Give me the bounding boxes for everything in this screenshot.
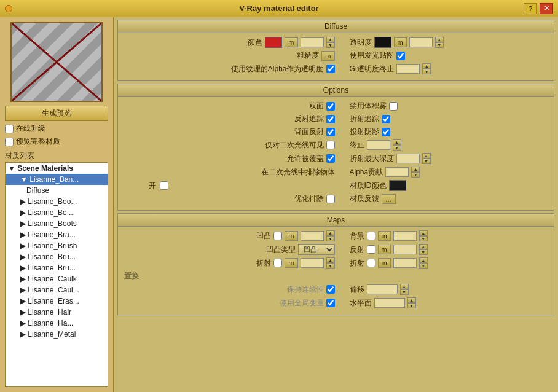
rough-m-button[interactable]: m [321, 51, 334, 61]
cast-shadow-checkbox[interactable] [382, 128, 390, 136]
gi-stop-input[interactable]: 0.5 [396, 64, 420, 74]
cutoff-spin: ▲ ▼ [393, 139, 401, 151]
bump-col: 凹凸 m 1.0 ▲ ▼ [124, 230, 335, 241]
tree-item-lisanne-bra[interactable]: ▶ Lisanne_Bra... [6, 229, 108, 240]
offset-spin-up[interactable]: ▲ [400, 284, 409, 289]
bump-type-select[interactable]: 凹凸 [298, 244, 335, 255]
maxdepth-spin-up[interactable]: ▲ [422, 153, 431, 159]
only-second-checkbox[interactable] [326, 141, 335, 149]
color-value-input[interactable]: 1.0 [301, 37, 324, 47]
trans-spin: ▲ ▼ [435, 37, 444, 48]
refract2-m-button[interactable]: m [378, 258, 391, 268]
trans-spin-down[interactable]: ▼ [435, 42, 444, 48]
preview-complete-checkbox[interactable] [5, 138, 14, 146]
refract2-val-input[interactable]: 1.0 [393, 258, 417, 268]
alpha-contrib-input[interactable]: 1.0 [385, 167, 409, 177]
preview-box [10, 22, 103, 102]
back-reflect-checkbox[interactable] [326, 128, 335, 136]
refract-val-input[interactable]: 1.0 [301, 258, 324, 268]
bg-checkbox[interactable] [367, 232, 375, 240]
reflect-val-input[interactable]: 1.0 [393, 245, 417, 254]
use-global-checkbox[interactable] [326, 299, 335, 307]
trans-value-input[interactable]: 1.0 [409, 37, 433, 47]
refract-m-button[interactable]: m [285, 258, 297, 268]
water-spin-down[interactable]: ▼ [407, 303, 416, 308]
tree-item-diffuse[interactable]: Diffuse [6, 185, 108, 196]
optimize-checkbox[interactable] [326, 195, 335, 203]
offset-input[interactable]: 0.0 [367, 284, 398, 294]
bg-m-button[interactable]: m [378, 231, 391, 241]
color-m-button[interactable]: m [285, 37, 297, 47]
tree-item-lisanne-metal[interactable]: ▶ Lisanne_Metal [6, 329, 108, 340]
refract2-spin-down[interactable]: ▼ [419, 263, 428, 269]
water-spin-up[interactable]: ▲ [407, 297, 416, 303]
disable-vol-checkbox[interactable] [389, 102, 398, 111]
refract2-checkbox[interactable] [367, 259, 375, 267]
reflect-m-button[interactable]: m [378, 245, 391, 254]
bump-spin-up[interactable]: ▲ [326, 230, 335, 236]
refract-spin-down[interactable]: ▼ [326, 263, 335, 269]
tree-item-lisanne-bru1[interactable]: ▶ Lisanne_Bru... [6, 251, 108, 262]
trans-m-button[interactable]: m [394, 37, 407, 47]
double-side-checkbox[interactable] [326, 102, 335, 111]
offset-spin-down[interactable]: ▼ [400, 289, 409, 295]
tree-item-lisanne-brush[interactable]: ▶ Lisanne_Brush [6, 240, 108, 251]
material-tree[interactable]: ▼ Scene Materials ▼ Lisanne_Ban... Diffu… [5, 162, 108, 387]
bump-spin-down[interactable]: ▼ [326, 236, 335, 241]
tree-item-lisanne-ha[interactable]: ▶ Lisanne_Ha... [6, 318, 108, 329]
emit-map-checkbox[interactable] [396, 52, 405, 60]
color-spin-up[interactable]: ▲ [326, 37, 335, 42]
mat-id-color-picker[interactable] [389, 180, 406, 191]
alpha-spin-down[interactable]: ▼ [411, 172, 420, 178]
use-alpha-checkbox[interactable] [326, 65, 335, 73]
tree-item-lisanne-eras[interactable]: ▶ Lisanne_Eras... [6, 296, 108, 307]
tree-item-lisanne-bru2[interactable]: ▶ Lisanne_Bru... [6, 262, 108, 273]
transparency-color-picker[interactable] [374, 37, 391, 48]
bg-spin-down[interactable]: ▼ [419, 236, 428, 241]
tree-scene-materials[interactable]: ▼ Scene Materials [6, 163, 108, 174]
bg-spin-up[interactable]: ▲ [419, 230, 428, 236]
bump-checkbox[interactable] [273, 232, 282, 240]
refract-checkbox[interactable] [273, 259, 282, 267]
cutoff-spin-up[interactable]: ▲ [393, 139, 401, 145]
bump-m-button[interactable]: m [285, 231, 297, 241]
max-depth-input[interactable]: -1 [396, 154, 420, 163]
online-upgrade-checkbox[interactable] [5, 125, 14, 133]
offset-label: 偏移 [350, 284, 364, 295]
tree-item-lisanne-boo1[interactable]: ▶ Lisanne_Boo... [6, 196, 108, 207]
open-label: 开 [149, 181, 156, 191]
allow-override-checkbox[interactable] [326, 154, 335, 163]
gen-preview-button[interactable]: 生成预览 [5, 106, 108, 121]
refract2-spin-up[interactable]: ▲ [419, 257, 428, 263]
tree-item-lisanne-caulk[interactable]: ▶ Lisanne_Caulk [6, 273, 108, 284]
tree-item-lisanne-bo[interactable]: ▶ Lisanne_Bo... [6, 207, 108, 218]
water-level-input[interactable]: 0.0 [374, 298, 405, 308]
open-checkbox[interactable] [160, 181, 168, 190]
mat-feedback-button[interactable]: ... [382, 194, 396, 204]
color-spin-down[interactable]: ▼ [326, 42, 335, 48]
close-button[interactable]: ✕ [540, 3, 553, 14]
trans-spin-up[interactable]: ▲ [435, 37, 444, 42]
gi-spin-up[interactable]: ▲ [422, 63, 431, 69]
tree-item-lisanne-caul[interactable]: ▶ Lisanne_Caul... [6, 284, 108, 296]
tree-item-lisanne-ban[interactable]: ▼ Lisanne_Ban... [6, 174, 108, 185]
alpha-spin-up[interactable]: ▲ [411, 167, 420, 172]
keep-cont-checkbox[interactable] [326, 285, 335, 294]
reflect-spin-up[interactable]: ▲ [419, 244, 428, 249]
tree-item-lisanne-boots[interactable]: ▶ Lisanne_Boots [6, 218, 108, 229]
bump-val-input[interactable]: 1.0 [301, 231, 324, 241]
refract-trace-checkbox[interactable] [382, 115, 390, 123]
cutoff-spin-down[interactable]: ▼ [393, 145, 401, 151]
reflect-spin-down[interactable]: ▼ [419, 249, 428, 255]
exclude-gi-label: 在二次光线中排除物体 [261, 167, 335, 178]
cutoff-input[interactable]: 0.01 [367, 140, 390, 150]
tree-item-lisanne-hair[interactable]: ▶ Lisanne_Hair [6, 307, 108, 318]
bg-val-input[interactable]: 1.0 [393, 231, 417, 241]
reflect-checkbox[interactable] [367, 245, 375, 254]
help-button[interactable]: ? [524, 3, 537, 14]
color-picker[interactable] [265, 37, 282, 48]
maxdepth-spin-down[interactable]: ▼ [422, 159, 431, 164]
refract-spin-up[interactable]: ▲ [326, 257, 335, 263]
gi-spin-down[interactable]: ▼ [422, 69, 431, 74]
reflect-trace-checkbox[interactable] [326, 115, 335, 123]
